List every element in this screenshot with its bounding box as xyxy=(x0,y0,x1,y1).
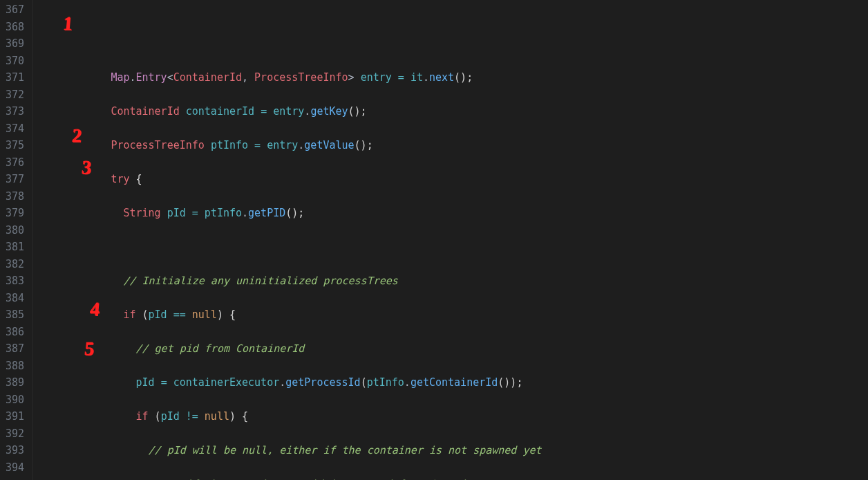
type-token: ContainerId xyxy=(111,105,179,118)
code-line[interactable]: String pId = ptInfo.getPID(); xyxy=(36,205,868,222)
line-number: 383 xyxy=(0,273,24,290)
line-number: 368 xyxy=(0,19,24,36)
code-line[interactable]: if (pId != null) { xyxy=(36,408,868,425)
variable-token: ptInfo xyxy=(205,207,242,219)
variable-token: pId xyxy=(136,376,155,389)
code-line[interactable]: try { xyxy=(36,171,868,188)
line-number: 386 xyxy=(0,324,24,341)
code-area[interactable]: Map.Entry<ContainerId, ProcessTreeInfo> … xyxy=(33,0,868,480)
code-line[interactable]: ProcessTreeInfo ptInfo = entry.getValue(… xyxy=(36,137,868,154)
line-number: 391 xyxy=(0,408,24,425)
code-line[interactable] xyxy=(36,35,868,53)
line-number: 369 xyxy=(0,35,24,53)
line-number: 393 xyxy=(0,442,24,459)
code-line[interactable]: pId = containerExecutor.getProcessId(ptI… xyxy=(36,374,868,391)
line-number: 380 xyxy=(0,222,24,239)
line-number: 389 xyxy=(0,374,24,391)
variable-token: pId xyxy=(161,410,180,423)
line-number: 388 xyxy=(0,358,24,375)
code-line[interactable]: // or if the container's pid is removed … xyxy=(36,476,868,480)
line-number: 377 xyxy=(0,171,24,188)
line-number: 379 xyxy=(0,205,24,222)
code-line[interactable]: Map.Entry<ContainerId, ProcessTreeInfo> … xyxy=(36,69,868,86)
line-number: 375 xyxy=(0,137,24,154)
null-token: null xyxy=(192,308,217,321)
type-token: String xyxy=(123,207,160,219)
line-number: 385 xyxy=(0,306,24,324)
variable-token: ptInfo xyxy=(367,376,404,389)
type-token: ProcessTreeInfo xyxy=(254,71,348,84)
type-token: Entry xyxy=(136,71,167,84)
line-number: 370 xyxy=(0,53,24,70)
null-token: null xyxy=(205,410,229,423)
keyword-token: if xyxy=(123,308,135,321)
method-token: getProcessId xyxy=(285,376,360,389)
code-line[interactable] xyxy=(36,239,868,256)
line-number: 367 xyxy=(0,1,24,19)
line-number: 387 xyxy=(0,340,24,358)
line-number: 381 xyxy=(0,239,24,256)
variable-token: ptInfo xyxy=(211,139,248,151)
method-token: getValue xyxy=(304,139,354,151)
line-number: 384 xyxy=(0,290,24,307)
code-editor[interactable]: 3673683693703713723733743753763773783793… xyxy=(0,0,868,480)
comment-token: // get pid from ContainerId xyxy=(136,342,305,355)
comment-token: // pId will be null, either if the conta… xyxy=(149,444,542,456)
type-token: ContainerId xyxy=(173,71,242,84)
code-line[interactable]: ContainerId containerId = entry.getKey()… xyxy=(36,103,868,120)
code-line[interactable]: // pId will be null, either if the conta… xyxy=(36,442,868,459)
line-number: 394 xyxy=(0,459,24,477)
variable-token: entry xyxy=(273,105,304,118)
line-number: 372 xyxy=(0,86,24,104)
line-number: 392 xyxy=(0,425,24,443)
method-token: getContainerId xyxy=(411,376,498,389)
code-line[interactable]: // Initialize any uninitialized processT… xyxy=(36,273,868,290)
keyword-token: try xyxy=(111,173,129,185)
method-token: next xyxy=(429,71,454,84)
variable-token: containerId xyxy=(186,105,254,118)
line-number: 374 xyxy=(0,120,24,138)
variable-token: containerExecutor xyxy=(173,376,280,389)
line-number: 371 xyxy=(0,69,24,86)
line-number: 382 xyxy=(0,256,24,273)
method-token: getKey xyxy=(310,105,348,118)
variable-token: pId xyxy=(149,308,167,321)
type-token: Map xyxy=(111,71,129,84)
code-line[interactable]: // get pid from ContainerId xyxy=(36,340,868,358)
variable-token: it xyxy=(411,71,423,84)
line-number-gutter: 3673683693703713723733743753763773783793… xyxy=(0,0,33,480)
line-number: 390 xyxy=(0,391,24,409)
comment-token: // Initialize any uninitialized processT… xyxy=(123,275,397,287)
line-number: 376 xyxy=(0,154,24,172)
method-token: getPID xyxy=(248,207,285,219)
type-token: ProcessTreeInfo xyxy=(111,139,204,151)
variable-token: entry xyxy=(361,71,392,84)
line-number: 378 xyxy=(0,188,24,205)
handwritten-annotation: 1 xyxy=(62,15,73,33)
variable-token: entry xyxy=(267,139,298,151)
variable-token: pId xyxy=(167,207,186,219)
code-line[interactable]: if (pId == null) { xyxy=(36,306,868,324)
line-number: 373 xyxy=(0,103,24,120)
keyword-token: if xyxy=(136,410,149,423)
